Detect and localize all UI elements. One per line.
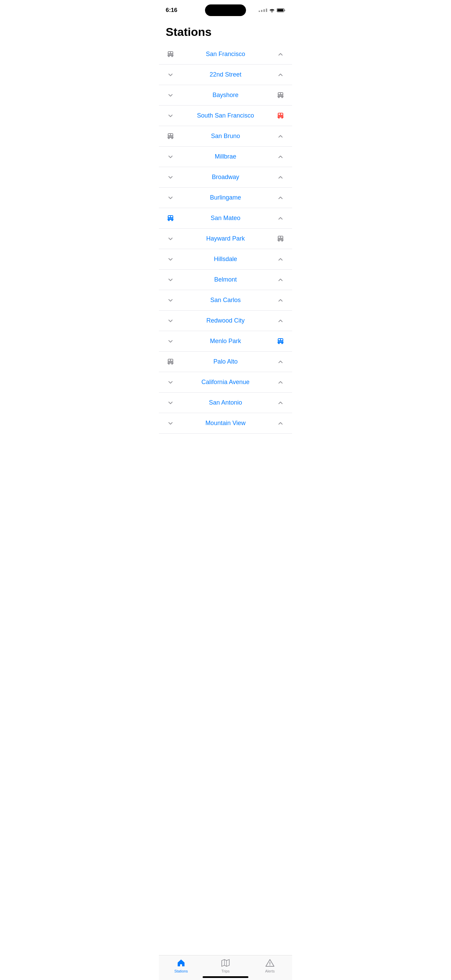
- station-right-icon: [274, 277, 287, 283]
- svg-rect-47: [278, 236, 283, 240]
- station-item[interactable]: San Francisco: [159, 44, 292, 65]
- station-item[interactable]: California Avenue: [159, 372, 292, 393]
- station-left-icon: [164, 50, 177, 59]
- station-item[interactable]: Hillsdale: [159, 249, 292, 270]
- station-name: San Francisco: [177, 51, 274, 58]
- station-left-icon: [164, 132, 177, 140]
- station-item[interactable]: San Bruno: [159, 126, 292, 146]
- station-left-icon: [164, 379, 177, 386]
- svg-rect-29: [168, 133, 173, 138]
- station-right-icon: [274, 194, 287, 201]
- station-item[interactable]: Belmont: [159, 270, 292, 290]
- svg-rect-41: [168, 218, 173, 219]
- svg-rect-50: [278, 239, 283, 240]
- svg-rect-57: [278, 339, 280, 340]
- station-list: San Francisco 22nd Street Bayshore South…: [159, 44, 292, 434]
- svg-rect-3: [168, 52, 170, 53]
- svg-rect-49: [281, 237, 283, 238]
- svg-rect-58: [281, 339, 283, 340]
- svg-rect-23: [278, 116, 283, 116]
- svg-rect-38: [168, 215, 173, 220]
- station-name: Menlo Park: [177, 337, 274, 345]
- station-right-icon: [274, 133, 287, 140]
- svg-rect-11: [278, 92, 283, 97]
- station-name: 22nd Street: [177, 71, 274, 78]
- station-name: San Carlos: [177, 297, 274, 304]
- station-item[interactable]: Menlo Park: [159, 331, 292, 352]
- station-item[interactable]: San Carlos: [159, 290, 292, 310]
- station-item[interactable]: Palo Alto: [159, 352, 292, 372]
- station-left-icon: [164, 92, 177, 99]
- station-right-icon: [274, 358, 287, 365]
- svg-rect-67: [171, 360, 173, 361]
- svg-rect-55: [278, 240, 284, 240]
- station-item[interactable]: South San Francisco: [159, 106, 292, 126]
- station-left-icon: [164, 174, 177, 181]
- station-name: Broadway: [177, 173, 274, 181]
- svg-rect-39: [168, 216, 170, 217]
- signal-icon: [259, 8, 267, 12]
- svg-rect-31: [171, 134, 173, 135]
- station-right-icon: [274, 256, 287, 263]
- station-item[interactable]: Broadway: [159, 167, 292, 188]
- station-right-icon: [274, 235, 287, 243]
- station-right-icon: [274, 215, 287, 222]
- station-name: Hillsdale: [177, 256, 274, 263]
- page-title: Stations: [159, 19, 292, 44]
- station-item[interactable]: Millbrae: [159, 146, 292, 167]
- svg-rect-37: [167, 137, 173, 138]
- station-item[interactable]: Redwood City: [159, 310, 292, 331]
- station-name: Burlingame: [177, 194, 274, 201]
- station-name: San Antonio: [177, 399, 274, 406]
- station-left-icon: [164, 420, 177, 427]
- station-left-icon: [164, 194, 177, 201]
- svg-rect-66: [168, 360, 170, 361]
- battery-icon: [277, 8, 285, 12]
- station-right-icon: [274, 420, 287, 427]
- station-name: Millbrae: [177, 153, 274, 160]
- svg-rect-73: [167, 363, 173, 363]
- svg-rect-68: [168, 361, 173, 363]
- svg-rect-14: [278, 95, 283, 96]
- station-item[interactable]: San Antonio: [159, 393, 292, 413]
- station-item[interactable]: Mountain View: [159, 413, 292, 434]
- station-right-icon: [274, 337, 287, 345]
- station-left-icon: [164, 399, 177, 406]
- svg-rect-20: [278, 113, 283, 117]
- station-name: Bayshore: [177, 92, 274, 99]
- svg-rect-48: [278, 237, 280, 238]
- svg-rect-19: [278, 96, 284, 97]
- station-left-icon: [164, 72, 177, 78]
- station-right-icon: [274, 317, 287, 324]
- status-icons: [259, 8, 285, 12]
- station-item[interactable]: Hayward Park: [159, 229, 292, 249]
- station-item[interactable]: Burlingame: [159, 188, 292, 208]
- svg-rect-2: [168, 51, 173, 56]
- svg-rect-30: [168, 134, 170, 135]
- svg-rect-13: [281, 93, 283, 94]
- station-item[interactable]: San Mateo: [159, 208, 292, 229]
- station-left-icon: [164, 214, 177, 223]
- station-right-icon: [274, 153, 287, 160]
- station-left-icon: [164, 256, 177, 263]
- svg-rect-59: [278, 341, 283, 342]
- station-left-icon: [164, 317, 177, 324]
- station-right-icon: [274, 51, 287, 58]
- station-item[interactable]: 22nd Street: [159, 65, 292, 85]
- svg-rect-56: [278, 338, 283, 343]
- dynamic-island-container: [205, 5, 246, 16]
- station-name: San Bruno: [177, 132, 274, 140]
- svg-rect-22: [281, 113, 283, 115]
- dynamic-island: [205, 5, 246, 16]
- content-area: Stations San Francisco 22nd Street Baysh…: [159, 19, 292, 465]
- svg-rect-1: [278, 9, 284, 12]
- svg-rect-46: [167, 219, 173, 220]
- station-item[interactable]: Bayshore: [159, 85, 292, 106]
- station-right-icon: [274, 91, 287, 99]
- status-bar: 6:16: [159, 0, 292, 19]
- svg-rect-28: [278, 116, 284, 117]
- station-name: Redwood City: [177, 317, 274, 324]
- station-name: Mountain View: [177, 420, 274, 427]
- station-name: Belmont: [177, 276, 274, 283]
- svg-rect-40: [171, 216, 173, 217]
